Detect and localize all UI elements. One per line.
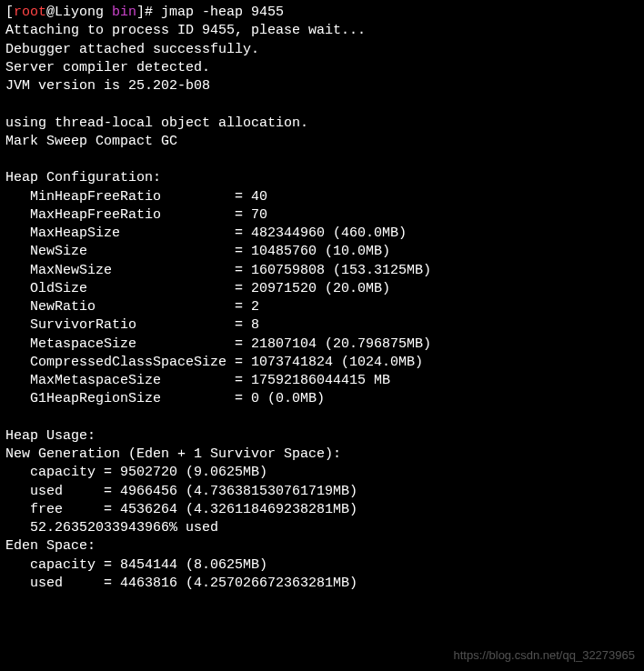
output-line: Attaching to process ID 9455, please wai… (5, 23, 366, 38)
output-line: Mark Sweep Compact GC (5, 134, 177, 149)
output-line: MaxHeapFreeRatio = 70 (5, 207, 267, 223)
output-line: Server compiler detected. (5, 60, 210, 75)
output-line: SurvivorRatio = 8 (5, 317, 259, 333)
output-line: NewSize = 10485760 (10.0MB) (5, 244, 390, 259)
output-line: 52.26352033943966% used (5, 520, 218, 536)
output-line: capacity = 8454144 (8.0625MB) (5, 557, 267, 573)
prompt-host: Liyong (55, 5, 112, 20)
output-line: Heap Usage: (5, 428, 96, 444)
bracket-open: [ (5, 5, 14, 20)
output-line: free = 4536264 (4.326118469238281MB) (5, 502, 357, 517)
output-line: using thread-local object allocation. (5, 115, 308, 131)
prompt-user: root (14, 5, 46, 20)
output-line: capacity = 9502720 (9.0625MB) (5, 465, 267, 480)
output-line: used = 4966456 (4.736381530761719MB) (5, 484, 357, 499)
prompt-at: @ (46, 5, 55, 20)
output-line: MaxNewSize = 160759808 (153.3125MB) (5, 263, 431, 278)
prompt-path: bin (112, 5, 136, 20)
prompt-line: [root@Liyong bin]# jmap -heap 9455 (5, 5, 284, 20)
output-line: G1HeapRegionSize = 0 (0.0MB) (5, 391, 325, 406)
output-line: CompressedClassSpaceSize = 1073741824 (1… (5, 355, 423, 370)
output-line: NewRatio = 2 (5, 299, 259, 315)
output-line: New Generation (Eden + 1 Survivor Space)… (5, 446, 341, 462)
command-text: jmap -heap 9455 (161, 5, 284, 20)
output-line: used = 4463816 (4.257026672363281MB) (5, 576, 357, 591)
output-line: OldSize = 20971520 (20.0MB) (5, 281, 390, 296)
output-line: MaxHeapSize = 482344960 (460.0MB) (5, 225, 407, 241)
output-line: MinHeapFreeRatio = 40 (5, 189, 267, 205)
output-line: Debugger attached successfully. (5, 42, 259, 57)
output-line: Heap Configuration: (5, 170, 161, 185)
bracket-close: ]# (136, 5, 161, 20)
output-line: Eden Space: (5, 538, 96, 554)
watermark-text: https://blog.csdn.net/qq_32273965 (454, 647, 636, 664)
output-line: MaxMetaspaceSize = 17592186044415 MB (5, 373, 390, 388)
output-line: JVM version is 25.202-b08 (5, 78, 210, 94)
output-line: MetaspaceSize = 21807104 (20.796875MB) (5, 336, 431, 352)
terminal-output[interactable]: [root@Liyong bin]# jmap -heap 9455 Attac… (5, 4, 639, 593)
